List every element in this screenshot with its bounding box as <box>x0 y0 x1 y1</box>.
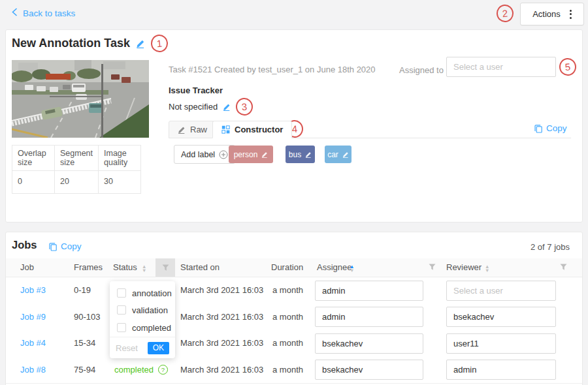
started-cell: March 3rd 2021 16:03 <box>180 303 263 330</box>
assignee-select[interactable] <box>315 307 423 327</box>
status-filter-dropdown: annotation validation completed Reset OK <box>110 281 175 358</box>
checkbox-icon[interactable] <box>117 305 126 315</box>
table-row: Job #9 90-103 March 3rd 2021 16:03 a mon… <box>6 303 582 331</box>
frames-cell: 75-94 <box>74 356 95 383</box>
edit-issue-tracker-pencil-icon[interactable] <box>223 103 231 111</box>
plus-circle-icon <box>219 150 228 159</box>
reviewer-select[interactable] <box>446 307 556 327</box>
status-text: completed <box>114 365 154 375</box>
filter-option-completed[interactable]: completed <box>110 320 175 335</box>
callout-1: 1 <box>150 34 169 53</box>
task-preview-image <box>12 60 149 138</box>
filter-option-label: annotation <box>132 288 172 298</box>
job-link[interactable]: Job #3 <box>20 277 46 304</box>
label-chip-person: person <box>229 146 273 163</box>
copy-icon <box>48 242 57 251</box>
duration-cell: a month <box>272 356 303 383</box>
checkbox-icon[interactable] <box>117 288 126 298</box>
param-header: Overlap size <box>12 146 55 171</box>
question-circle-icon[interactable]: ? <box>158 365 168 375</box>
job-link[interactable]: Job #9 <box>20 303 46 330</box>
started-cell: March 3rd 2021 16:03 <box>180 356 263 383</box>
param-header: Segment size <box>55 146 99 171</box>
filter-option-validation[interactable]: validation <box>110 302 175 318</box>
task-title-row: New Annotation Task 1 <box>12 35 168 52</box>
edit-label-pencil-icon[interactable] <box>261 151 268 158</box>
task-page: Back to tasks 2 Actions New Annotation T… <box>0 0 588 385</box>
frames-cell: 90-103 <box>74 303 100 330</box>
tab-constructor[interactable]: Constructor <box>212 121 292 138</box>
col-assignee[interactable]: Assignee <box>317 262 351 272</box>
col-reviewer[interactable]: Reviewer <box>446 262 482 272</box>
reviewer-select[interactable] <box>446 281 556 301</box>
label-name: person <box>234 150 258 159</box>
param-value-quality: 30 <box>99 171 141 194</box>
back-to-tasks-label: Back to tasks <box>23 8 75 18</box>
pencil-icon <box>178 126 186 134</box>
add-label-text: Add label <box>181 150 215 159</box>
callout-2: 2 <box>496 4 514 23</box>
reviewer-select[interactable] <box>446 333 556 354</box>
job-link[interactable]: Job #8 <box>20 356 46 383</box>
filter-funnel-icon <box>162 264 169 271</box>
edit-label-pencil-icon[interactable] <box>342 151 349 158</box>
label-chip-bus: bus <box>286 146 315 163</box>
status-filter-button[interactable] <box>155 258 175 277</box>
tab-constructor-label: Constructor <box>235 125 283 134</box>
edit-title-pencil-icon[interactable] <box>136 39 145 48</box>
copy-label: Copy <box>546 123 567 133</box>
assignee-sorter-icon: ▲▼ <box>350 265 354 272</box>
copy-label: Copy <box>61 241 82 251</box>
block-icon <box>221 125 230 134</box>
duration-cell: a month <box>272 330 303 357</box>
reviewer-select[interactable] <box>446 360 556 380</box>
param-value-overlap: 0 <box>12 171 55 194</box>
label-name: bus <box>289 150 301 159</box>
task-meta: Task #1521 Created by test_user_1 on Jun… <box>169 65 376 74</box>
copy-jobs-button[interactable]: Copy <box>48 241 82 251</box>
actions-label: Actions <box>532 9 561 19</box>
assignee-filter-button[interactable] <box>429 264 436 271</box>
filter-reset-button[interactable]: Reset <box>116 343 138 353</box>
jobs-heading: Jobs <box>12 239 37 251</box>
started-cell: March 3rd 2021 16:03 <box>180 277 263 304</box>
param-value-segment: 20 <box>55 171 99 194</box>
started-cell: March 3rd 2021 16:03 <box>180 330 263 357</box>
kebab-menu-icon <box>570 10 572 19</box>
task-title: New Annotation Task <box>12 37 130 50</box>
reviewer-filter-button[interactable] <box>560 264 567 271</box>
label-chip-car: car <box>325 146 351 163</box>
assignee-select[interactable] <box>315 333 423 354</box>
chevron-left-icon <box>12 8 18 18</box>
param-header: Image quality <box>99 146 141 171</box>
issue-tracker-row: Not specified 3 <box>169 98 253 116</box>
edit-label-pencil-icon[interactable] <box>305 151 312 158</box>
duration-cell: a month <box>272 303 303 330</box>
table-row: Job #3 0-19 March 3rd 2021 16:03 a month <box>6 277 582 305</box>
table-row: Job #8 75-94 completed ? March 3rd 2021 … <box>6 356 582 384</box>
filter-option-label: completed <box>132 323 171 333</box>
tab-raw[interactable]: Raw <box>169 121 216 138</box>
checkbox-icon[interactable] <box>117 323 126 332</box>
table-row: Job #4 15-34 March 3rd 2021 16:03 a mont… <box>6 330 582 358</box>
label-name: car <box>327 150 338 159</box>
copy-icon <box>534 124 543 133</box>
back-to-tasks-link[interactable]: Back to tasks <box>12 8 75 18</box>
add-label-button[interactable]: Add label <box>174 145 235 164</box>
assignee-select[interactable] <box>315 281 423 301</box>
copy-labels-button[interactable]: Copy <box>534 123 567 133</box>
frames-cell: 15-34 <box>74 330 95 357</box>
issue-tracker-value: Not specified <box>169 102 218 112</box>
assignee-select[interactable] <box>315 360 423 380</box>
tab-raw-label: Raw <box>190 125 207 134</box>
frames-cell: 0-19 <box>74 277 91 304</box>
actions-button[interactable]: Actions <box>520 3 584 25</box>
task-assignee-select[interactable] <box>446 57 556 77</box>
filter-option-annotation[interactable]: annotation <box>110 285 175 301</box>
assigned-to-label: Assigned to <box>399 65 444 75</box>
col-status[interactable]: Status <box>113 262 137 272</box>
job-link[interactable]: Job #4 <box>20 330 46 357</box>
col-job: Job <box>20 262 34 272</box>
callout-3: 3 <box>235 97 253 116</box>
filter-ok-button[interactable]: OK <box>148 342 169 354</box>
